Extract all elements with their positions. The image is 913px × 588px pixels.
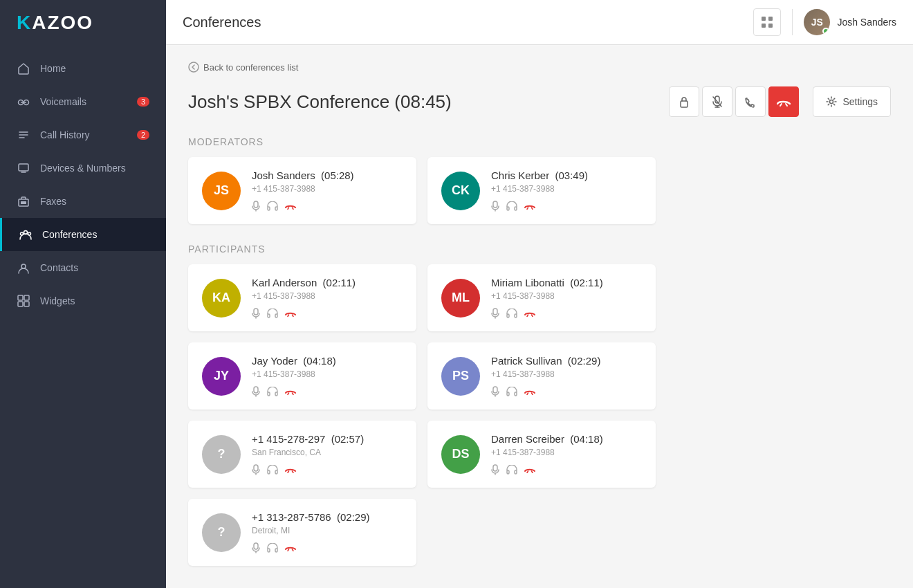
headset-participant-icon[interactable] bbox=[267, 201, 278, 211]
hangup-participant-icon[interactable] bbox=[285, 544, 296, 551]
user-profile[interactable]: JS Josh Sanders bbox=[792, 9, 896, 35]
mute-button[interactable] bbox=[702, 86, 732, 117]
participant-avatar: PS bbox=[441, 357, 480, 396]
participant-name: Josh Sanders (05:28) bbox=[252, 169, 403, 181]
svg-rect-48 bbox=[493, 387, 497, 393]
sidebar-item-widgets[interactable]: Widgets bbox=[0, 284, 166, 318]
participant-card-3: PS Patrick Sullivan (02:29) +1 415-387-3… bbox=[427, 342, 656, 410]
mute-participant-icon[interactable] bbox=[491, 386, 499, 397]
participant-name: Darren Screiber (04:18) bbox=[491, 433, 642, 445]
avatar: JS bbox=[804, 9, 830, 35]
svg-rect-50 bbox=[507, 392, 509, 396]
participant-avatar: ? bbox=[202, 513, 241, 552]
participant-avatar: DS bbox=[441, 435, 480, 474]
app-header: Conferences JS Josh Sanders bbox=[166, 0, 913, 45]
headset-participant-icon[interactable] bbox=[506, 465, 517, 475]
headset-participant-icon[interactable] bbox=[267, 309, 278, 318]
mute-participant-icon[interactable] bbox=[252, 308, 260, 319]
sidebar-item-home[interactable]: Home bbox=[0, 52, 166, 85]
participant-actions bbox=[491, 464, 642, 475]
nav-label: Contacts bbox=[40, 262, 78, 273]
mute-participant-icon[interactable] bbox=[252, 201, 260, 212]
hangup-participant-icon[interactable] bbox=[285, 203, 296, 210]
moderators-title: Moderators bbox=[188, 136, 891, 147]
participant-phone: +1 415-387-3988 bbox=[491, 291, 642, 301]
mute-participant-icon[interactable] bbox=[252, 464, 260, 475]
grid-icon-button[interactable] bbox=[753, 8, 781, 36]
hangup-participant-icon[interactable] bbox=[524, 388, 535, 395]
badge-voicemails: 3 bbox=[137, 97, 149, 107]
participant-avatar: KA bbox=[202, 279, 241, 318]
svg-point-27 bbox=[830, 100, 833, 104]
participant-location: San Francisco, CA bbox=[252, 448, 403, 457]
participant-phone: +1 415-387-3988 bbox=[252, 291, 403, 301]
svg-rect-16 bbox=[24, 302, 29, 306]
mute-participant-icon[interactable] bbox=[252, 542, 260, 553]
participant-phone: +1 415-387-3988 bbox=[252, 369, 403, 379]
participant-phone: +1 415-387-3988 bbox=[491, 448, 642, 457]
devices-numbers-icon bbox=[17, 161, 30, 175]
conference-title: Josh's SPBX Conference (08:45) bbox=[188, 91, 655, 113]
svg-rect-35 bbox=[515, 207, 517, 210]
hangup-participant-icon[interactable] bbox=[524, 203, 535, 210]
sidebar-item-conferences[interactable]: Conferences bbox=[0, 218, 166, 251]
svg-rect-59 bbox=[515, 470, 517, 474]
participant-info: Patrick Sullivan (02:29) +1 415-387-3988 bbox=[491, 355, 642, 397]
participant-name: +1 415-278-297 (02:57) bbox=[252, 433, 403, 445]
headset-participant-icon[interactable] bbox=[267, 465, 278, 475]
svg-rect-44 bbox=[254, 387, 258, 393]
participant-phone: +1 415-387-3988 bbox=[491, 184, 642, 194]
mute-participant-icon[interactable] bbox=[491, 201, 499, 212]
participant-card-0: KA Karl Anderson (02:11) +1 415-387-3988 bbox=[188, 264, 416, 331]
svg-rect-13 bbox=[18, 295, 23, 300]
nav-label: Home bbox=[40, 63, 66, 74]
content-area: Back to conferences list Josh's SPBX Con… bbox=[166, 45, 913, 588]
hangup-participant-icon[interactable] bbox=[524, 466, 535, 473]
svg-rect-31 bbox=[275, 207, 277, 210]
hangup-participant-icon[interactable] bbox=[285, 466, 296, 473]
widgets-icon bbox=[17, 294, 30, 308]
end-conference-button[interactable] bbox=[768, 86, 799, 117]
user-name: Josh Sanders bbox=[837, 17, 896, 28]
headset-participant-icon[interactable] bbox=[267, 543, 278, 553]
hangup-participant-icon[interactable] bbox=[285, 388, 296, 395]
sidebar-item-devices-numbers[interactable]: Devices & Numbers bbox=[0, 151, 166, 185]
mute-participant-icon[interactable] bbox=[491, 308, 499, 319]
participant-avatar: CK bbox=[441, 172, 480, 210]
lock-button[interactable] bbox=[669, 86, 699, 117]
svg-rect-54 bbox=[268, 470, 270, 474]
svg-rect-8 bbox=[21, 201, 26, 204]
headset-participant-icon[interactable] bbox=[506, 309, 517, 318]
faxes-icon bbox=[17, 194, 30, 208]
back-link[interactable]: Back to conferences list bbox=[188, 62, 891, 73]
participant-info: +1 415-278-297 (02:57) San Francisco, CA bbox=[252, 433, 403, 475]
svg-rect-5 bbox=[19, 164, 28, 171]
back-link-text: Back to conferences list bbox=[203, 62, 298, 73]
settings-button[interactable]: Settings bbox=[813, 86, 891, 117]
nav-items: Home Voicemails 3 Call History 2 Devices… bbox=[0, 45, 166, 588]
svg-rect-38 bbox=[268, 314, 270, 318]
audio-button[interactable] bbox=[735, 86, 766, 117]
mute-participant-icon[interactable] bbox=[491, 464, 499, 475]
participant-name: +1 313-287-5786 (02:29) bbox=[252, 511, 403, 523]
svg-rect-17 bbox=[762, 17, 766, 21]
sidebar: KAZOO Home Voicemails 3 Call History 2 D… bbox=[0, 0, 166, 588]
hangup-participant-icon[interactable] bbox=[285, 310, 296, 317]
sidebar-item-voicemails[interactable]: Voicemails 3 bbox=[0, 85, 166, 118]
headset-participant-icon[interactable] bbox=[267, 387, 278, 396]
mute-participant-icon[interactable] bbox=[252, 386, 260, 397]
svg-rect-42 bbox=[507, 314, 509, 318]
sidebar-item-call-history[interactable]: Call History 2 bbox=[0, 118, 166, 151]
sidebar-item-faxes[interactable]: Faxes bbox=[0, 185, 166, 218]
participant-avatar: JS bbox=[202, 172, 241, 210]
svg-rect-58 bbox=[507, 470, 509, 474]
participant-avatar: ? bbox=[202, 435, 241, 474]
headset-participant-icon[interactable] bbox=[506, 201, 517, 211]
sidebar-item-contacts[interactable]: Contacts bbox=[0, 251, 166, 284]
moderators-section: Moderators JS Josh Sanders (05:28) +1 41… bbox=[188, 136, 891, 224]
svg-rect-30 bbox=[268, 207, 270, 210]
nav-label: Faxes bbox=[40, 196, 66, 207]
hangup-participant-icon[interactable] bbox=[524, 310, 535, 317]
nav-label: Devices & Numbers bbox=[40, 163, 126, 174]
headset-participant-icon[interactable] bbox=[506, 387, 517, 396]
